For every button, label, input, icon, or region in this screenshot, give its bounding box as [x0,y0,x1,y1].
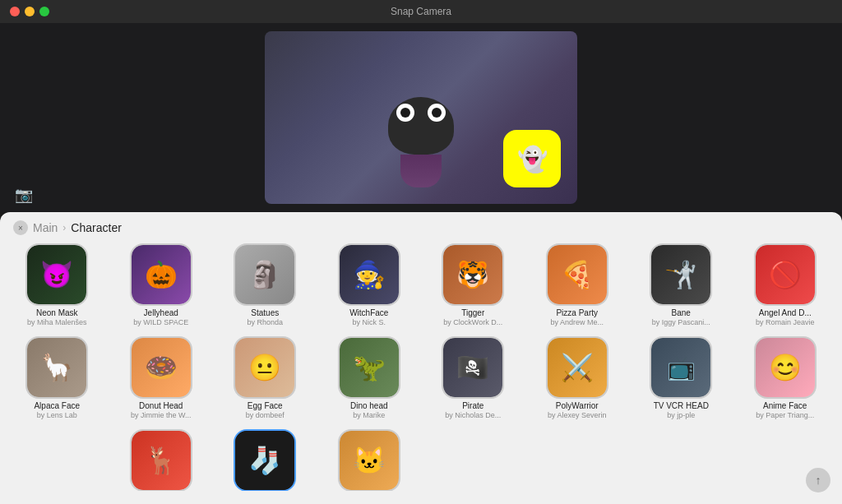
breadcrumb: × Main › Character [0,212,842,240]
lens-thumb-bane: 🤺 [650,243,712,306]
lens-name: Donut Head [139,401,183,411]
lens-name: Pirate [462,401,483,411]
lens-item-tigger[interactable]: 🐯 Tigger by ClockWork D... [423,240,524,330]
breadcrumb-main-link[interactable]: Main [33,221,58,234]
lens-item-jellyhead[interactable]: 🎃 Jellyhead by WILD SPACE [111,240,212,330]
lens-item-statues[interactable]: 🗿 Statues by Rhonda [215,240,316,330]
lens-item-anime-face[interactable]: 😊 Anime Face by Paper Triang... [735,333,836,423]
lens-item-witchface[interactable]: 🧙 WitchFace by Nick S. [319,240,420,330]
minimize-button[interactable] [25,7,35,16]
lens-browser-panel: × Main › Character 😈 Neon Mask by Miha M… [0,212,842,504]
lens-author: by Iggy Pascani... [652,318,710,326]
lens-thumb-witchface: 🧙 [338,243,400,306]
lens-item-fancy-cat[interactable]: 🐱 Fancy Cat by Bri Garcia [319,426,420,491]
lens-author: by Jimmie the W... [131,411,192,419]
lens-thumb-fancy-cat: 🐱 [338,429,400,491]
lens-thumb-neon-mask: 😈 [25,243,88,306]
lens-name: Neon Mask [36,308,78,318]
ar-character [388,97,454,187]
lens-item-pirate[interactable]: 🏴‍☠️ Pirate by Nicholas De... [423,333,524,423]
lens-thumb-tv-vcr-head: 📺 [650,336,712,399]
lens-author: by ClockWork D... [443,318,502,326]
lens-item-oh-deer[interactable]: 🦌 OH DEER by @GEORGBO... [111,426,212,491]
lens-thumb-angel: 🚫 [754,243,817,306]
lens-author: by Alexey Severin [548,411,607,419]
lens-author: by Rhonda [247,318,283,326]
lens-thumb-statues: 🗿 [234,243,296,306]
breadcrumb-separator: › [62,222,66,234]
lens-name: Dino head [350,401,388,411]
lens-item-3d-sock[interactable]: 🧦 3D Sock Pu... by Brielle Garcia [215,426,316,491]
lens-item-pizza-party[interactable]: 🍕 Pizza Party by Andrew Me... [527,240,628,330]
lens-author: by dombeef [246,411,285,419]
capture-icon[interactable]: 📷 [15,186,33,204]
lens-author: by Marike [353,411,385,419]
arrow-up-icon: ↑ [816,474,821,487]
lens-author: by Miha Malenšes [27,318,87,326]
lens-thumb-jellyhead: 🎃 [130,243,192,306]
lens-item-donut-head[interactable]: 🍩 Donut Head by Jimmie the W... [111,333,212,423]
close-button[interactable] [10,7,20,16]
lens-thumb-donut-head: 🍩 [130,336,192,399]
lens-item-polywarrior[interactable]: ⚔️ PolyWarrior by Alexey Severin [527,333,628,423]
lens-item-dino-head[interactable]: 🦖 Dino head by Marike [319,333,420,423]
lens-thumb-anime-face: 😊 [754,336,817,399]
lens-thumb-oh-deer: 🦌 [130,429,192,491]
window-controls[interactable] [10,7,49,16]
lens-thumb-pizza-party: 🍕 [546,243,608,306]
lens-thumb-dino-head: 🦖 [338,336,400,399]
lens-name: Anime Face [763,401,807,411]
lens-thumb-pirate: 🏴‍☠️ [442,336,504,399]
lens-author: by Paper Triang... [756,411,814,419]
lens-name: Jellyhead [144,308,178,318]
lens-thumb-polywarrior: ⚔️ [546,336,608,399]
lens-item-alpaca-face[interactable]: 🦙 Alpaca Face by Lens Lab [7,333,108,423]
lens-name: Bane [672,308,691,318]
lens-item-tv-vcr-head[interactable]: 📺 TV VCR HEAD by jp-ple [631,333,732,423]
lens-item-egg-face[interactable]: 😐 Egg Face by dombeef [215,333,316,423]
lens-thumb-alpaca-face: 🦙 [25,336,88,399]
lens-name: Tigger [461,308,484,318]
lens-author: by Andrew Me... [550,318,604,326]
lens-name: Egg Face [248,401,283,411]
app-title: Snap Camera [391,6,451,17]
lens-thumb-egg-face: 😐 [234,336,296,399]
lens-name: WitchFace [349,308,388,318]
lens-grid: 😈 Neon Mask by Miha Malenšes 🎃 Jellyhead… [0,240,842,491]
lens-name: Angel And D... [759,308,812,318]
lens-author: by Romain Jeavie [756,318,815,326]
camera-preview-area: 👻 📷 [0,23,842,212]
lens-item-neon-mask[interactable]: 😈 Neon Mask by Miha Malenšes [7,240,108,330]
lens-author: by WILD SPACE [133,318,188,326]
close-category-button[interactable]: × [13,220,28,235]
snap-logo-overlay: 👻 [503,130,561,187]
title-bar: Snap Camera [0,0,842,23]
lens-author: by jp-ple [667,411,695,419]
scroll-to-top-button[interactable]: ↑ [806,468,830,492]
video-preview: 👻 [265,31,577,204]
lens-name: Alpaca Face [34,401,80,411]
lens-author: by Lens Lab [37,411,77,419]
lens-name: Statues [251,308,279,318]
lens-thumb-3d-sock: 🧦 [234,429,296,491]
lens-item-bane[interactable]: 🤺 Bane by Iggy Pascani... [631,240,732,330]
lens-item-angel[interactable]: 🚫 Angel And D... by Romain Jeavie [735,240,836,330]
lens-author: by Nicholas De... [445,411,501,419]
lens-name: TV VCR HEAD [654,401,709,411]
lens-name: Pizza Party [556,308,598,318]
lens-thumb-tigger: 🐯 [442,243,504,306]
breadcrumb-current-category: Character [71,221,121,234]
lens-name: PolyWarrior [556,401,599,411]
maximize-button[interactable] [39,7,49,16]
lens-author: by Nick S. [352,318,386,326]
lens-grid-spacer [7,426,108,491]
